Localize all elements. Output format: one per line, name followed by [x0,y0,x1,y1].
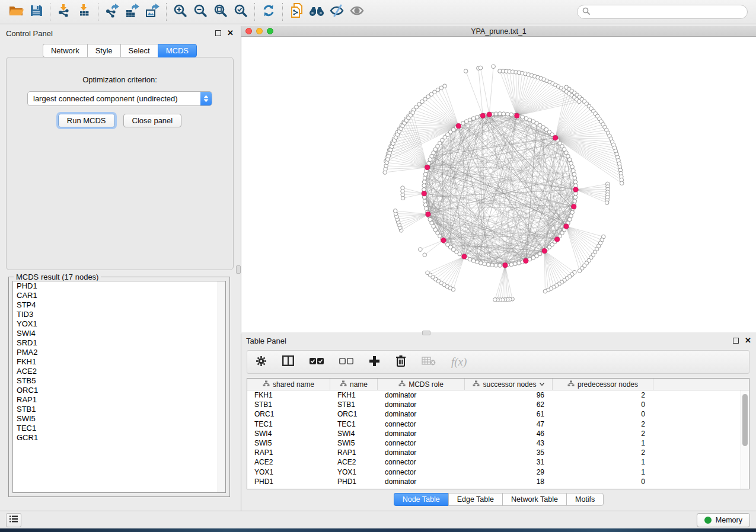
refresh-button[interactable] [259,2,279,21]
mcds-result-list[interactable]: PHD1CAR1STP4TID3YOX1SWI4SRD1PMA2FKH1ACE2… [12,281,226,493]
export-network-button[interactable] [102,2,122,21]
network-graph [241,37,755,332]
table-cell: SWI5 [247,439,330,447]
column-header-MCDS-role[interactable]: MCDS role [378,379,465,390]
column-header-shared-name[interactable]: shared name [247,379,330,390]
search-input[interactable] [593,8,742,16]
close-panel-button[interactable]: Close panel [123,114,182,127]
import-network-button[interactable] [54,2,74,21]
mcds-result-item[interactable]: CAR1 [13,291,225,300]
tab-mcds[interactable]: MCDS [158,44,197,57]
mcds-list-scrollbar[interactable] [218,281,225,492]
table-row[interactable]: STB1STB1dominator620 [247,400,749,409]
table-cell: connector [378,420,465,428]
mcds-result-item[interactable]: SWI4 [13,329,225,338]
mcds-result-item[interactable]: TEC1 [13,424,225,433]
table-row[interactable]: TEC1TEC1connector472 [247,419,749,429]
table-cell: 96 [465,391,553,399]
mcds-result-item[interactable]: PMA2 [13,348,225,357]
import-network-icon [57,4,71,20]
export-image-button[interactable] [142,2,162,21]
mcds-result-item[interactable]: YOX1 [13,319,225,329]
table-cell: SWI4 [247,430,330,438]
tab-network-table[interactable]: Network Table [502,493,566,506]
table-row[interactable]: SWI5SWI5connector431 [247,438,749,448]
mcds-result-item[interactable]: RAP1 [13,395,225,405]
vertical-splitter-handle[interactable] [236,265,241,274]
table-row[interactable]: SWI4SWI4dominator462 [247,429,749,438]
table-row[interactable]: ORC1ORC1dominator610 [247,409,749,419]
task-history-button[interactable] [6,513,21,527]
column-header-successor-nodes[interactable]: successor nodes [465,379,553,390]
table-settings-button[interactable] [256,355,267,369]
table-row[interactable]: ACE2ACE2connector311 [247,457,749,467]
mcds-result-item[interactable]: SRD1 [13,338,225,348]
optimization-criterion-select[interactable]: largest connected component (undirected) [27,91,212,106]
zoom-out-button[interactable] [190,2,210,21]
zoom-selected-button[interactable] [231,2,251,21]
table-cell: 2 [553,420,653,428]
mcds-tab-content: Optimization criterion: largest connecte… [6,57,234,270]
mcds-result-item[interactable]: FKH1 [13,357,225,367]
main-toolbar [0,0,756,24]
horizontal-splitter-handle[interactable] [422,331,430,335]
table-cell: 43 [465,439,553,447]
table-cell: SWI4 [330,430,378,438]
table-row[interactable]: PHD1PHD1dominator180 [247,477,749,486]
column-header-predecessor-nodes[interactable]: predecessor nodes [553,379,653,390]
tab-node-table[interactable]: Node Table [394,493,448,506]
hide-graphics-details-button[interactable] [327,2,347,21]
mcds-result-item[interactable]: SWI5 [13,414,225,424]
deselect-all-button[interactable] [339,357,353,367]
split-panel-button[interactable] [282,355,294,368]
mcds-result-item[interactable]: ACE2 [13,367,225,376]
network-canvas[interactable] [241,37,756,332]
table-scrollbar[interactable] [741,390,749,489]
zoom-in-button[interactable] [170,2,190,21]
import-table-button[interactable] [74,2,94,21]
export-table-button[interactable] [122,2,142,21]
mcds-result-item[interactable]: GCR1 [13,433,225,443]
clone-network-icon [289,3,304,21]
open-file-button[interactable] [6,2,26,21]
tab-edge-table[interactable]: Edge Table [448,493,502,506]
memory-button[interactable]: Memory [697,513,750,527]
table-cell: 0 [553,477,653,486]
tab-select[interactable]: Select [120,44,158,57]
table-cell: dominator [378,400,465,409]
table-row[interactable]: RAP1RAP1dominator352 [247,448,749,457]
save-session-button[interactable] [26,2,46,21]
mcds-result-item[interactable]: ORC1 [13,386,225,395]
table-row[interactable]: YOX1YOX1connector291 [247,467,749,477]
close-panel-icon[interactable]: ✕ [227,30,234,36]
mcds-result-item[interactable]: STB1 [13,405,225,414]
table-row[interactable]: FKH1FKH1dominator962 [247,390,749,400]
network-window-titlebar[interactable]: YPA_prune.txt_1 [241,26,756,37]
zoom-fit-button[interactable] [210,2,231,21]
add-column-button[interactable] [369,355,380,369]
table-scrollbar-thumb[interactable] [742,394,748,446]
tab-motifs[interactable]: Motifs [566,493,604,506]
delete-column-button[interactable] [395,355,406,369]
search-binoculars-button[interactable] [307,2,327,21]
tab-network[interactable]: Network [43,44,87,57]
mcds-result-item[interactable]: PHD1 [13,281,225,291]
select-all-button[interactable] [310,357,324,367]
delete-table-icon [422,356,436,368]
show-graphics-details-button[interactable] [347,2,367,21]
control-panel-titlebar: Control Panel ✕ [1,26,238,40]
tab-style[interactable]: Style [87,44,120,57]
zoom-out-icon [193,4,208,20]
close-table-panel-icon[interactable]: ✕ [745,338,751,344]
mcds-result-item[interactable]: TID3 [13,310,225,319]
unchecked-checkboxes-icon [339,357,353,367]
column-header-name[interactable]: name [330,379,378,390]
mcds-result-item[interactable]: STB5 [13,376,225,386]
table-cell: 1 [553,458,653,466]
float-panel-icon[interactable] [215,30,221,36]
mcds-result-item[interactable]: STP4 [13,300,225,310]
table-cell: connector [378,439,465,447]
float-table-panel-icon[interactable] [733,338,739,344]
run-mcds-button[interactable]: Run MCDS [58,114,115,127]
clone-network-button[interactable] [286,2,307,21]
